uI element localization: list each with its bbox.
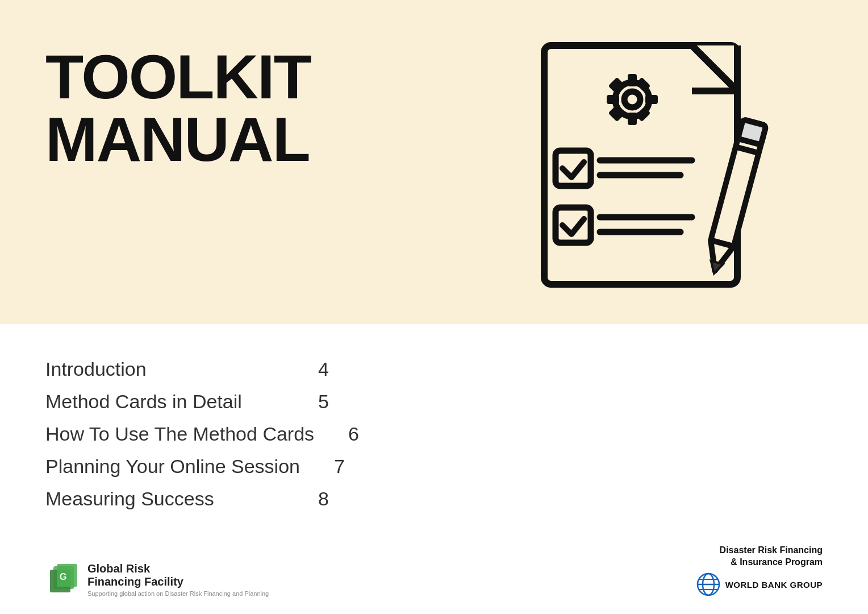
title-line2: MANUAL <box>45 104 310 174</box>
svg-rect-22 <box>738 119 766 145</box>
svg-rect-8 <box>645 95 658 104</box>
world-bank-globe-icon <box>696 572 721 597</box>
wb-group-text: WORLD BANK GROUP <box>725 580 823 590</box>
wb-globe-container: WORLD BANK GROUP <box>696 572 823 597</box>
toc-label-measuring: Measuring Success <box>45 488 284 510</box>
toc-page-introduction: 4 <box>318 358 329 380</box>
svg-text:G: G <box>60 572 66 582</box>
toc-item-how-to-use: How To Use The Method Cards 6 <box>45 423 823 445</box>
grff-name-line1: Global Risk <box>87 562 269 575</box>
illustration-area <box>482 23 834 318</box>
table-of-contents: Introduction 4 Method Cards in Detail 5 … <box>45 358 823 510</box>
grff-logo: G Global Risk Financing Facility Support… <box>45 562 269 597</box>
grff-text: Global Risk Financing Facility Supportin… <box>87 562 269 597</box>
footer: G Global Risk Financing Facility Support… <box>45 545 823 597</box>
svg-rect-6 <box>628 113 637 125</box>
toc-item-planning: Planning Your Online Session 7 <box>45 455 823 478</box>
toc-page-measuring: 8 <box>318 488 329 510</box>
toc-label-planning: Planning Your Online Session <box>45 455 300 478</box>
grff-name-line2: Financing Facility <box>87 575 269 588</box>
svg-rect-7 <box>607 95 619 104</box>
grff-shield-icon: G <box>45 563 80 597</box>
toc-item-measuring: Measuring Success 8 <box>45 488 823 510</box>
toc-page-planning: 7 <box>334 455 345 478</box>
svg-rect-5 <box>628 74 637 86</box>
checklist-illustration <box>499 28 817 313</box>
toc-label-introduction: Introduction <box>45 358 284 380</box>
toc-page-method-cards: 5 <box>318 391 329 413</box>
toc-item-introduction: Introduction 4 <box>45 358 823 380</box>
top-banner: TOOLKIT MANUAL <box>0 0 868 324</box>
bottom-content: Introduction 4 Method Cards in Detail 5 … <box>0 324 868 614</box>
toc-page-how-to-use: 6 <box>348 423 359 445</box>
toc-label-how-to-use: How To Use The Method Cards <box>45 423 314 445</box>
toc-item-method-cards: Method Cards in Detail 5 <box>45 391 823 413</box>
wb-program-name: Disaster Risk Financing & Insurance Prog… <box>720 545 823 569</box>
grff-tagline: Supporting global action on Disaster Ris… <box>87 590 269 597</box>
world-bank-logo: Disaster Risk Financing & Insurance Prog… <box>696 545 823 597</box>
title-line1: TOOLKIT <box>45 42 311 111</box>
toc-label-method-cards: Method Cards in Detail <box>45 391 284 413</box>
